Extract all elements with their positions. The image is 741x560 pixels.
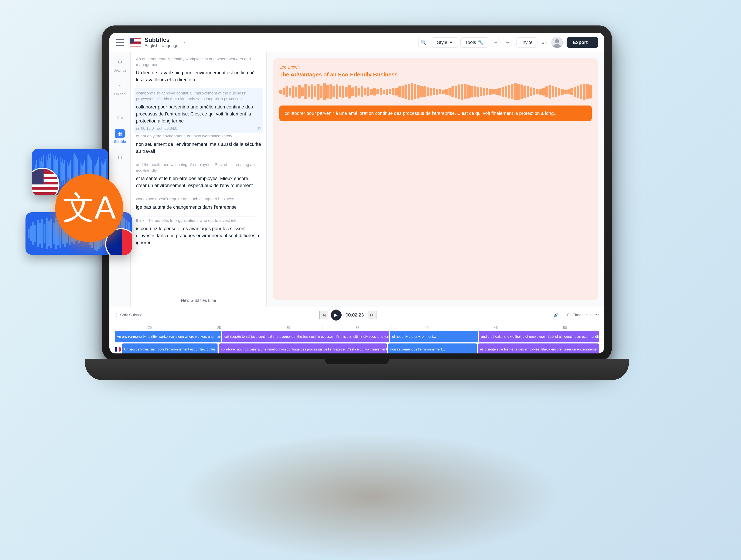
brand-area: Subtitles English Language ▾ xyxy=(130,36,185,48)
invite-button[interactable]: Invite xyxy=(517,37,537,48)
laptop-notch xyxy=(325,359,389,364)
subtitle-entries: An environmentally healthy workplace is … xyxy=(131,52,266,294)
brand-info: Subtitles English Language xyxy=(144,36,179,48)
subtitle-entry-6: think. The benefits to organizations who… xyxy=(136,218,261,246)
waveform-toggle-icon[interactable]: 〜 xyxy=(595,312,599,318)
subtitle-entry-2: collaborate to achieve continual improve… xyxy=(134,88,263,133)
plus-btn[interactable]: + xyxy=(590,313,592,317)
time-display: 00:02:23 xyxy=(344,312,365,318)
timeline-block-fr-1[interactable]: Un lieu de travail sain pour l'environne… xyxy=(122,343,217,353)
ruler-tick-35: 35 xyxy=(322,326,392,330)
tools-icon: 🔧 xyxy=(478,40,483,45)
hamburger-menu[interactable] xyxy=(116,39,124,46)
search-button[interactable]: 🔍 xyxy=(418,37,429,48)
ruler-tick-40: 40 xyxy=(392,326,461,330)
svg-rect-7 xyxy=(130,38,134,43)
split-icon: ⬡ xyxy=(115,313,118,318)
laptop-wrapper: Subtitles English Language ▾ 🔍 Style ✦ T… xyxy=(102,25,633,429)
timeline-ruler: 20 25 30 35 40 45 50 xyxy=(115,323,599,330)
laptop-bezel: Subtitles English Language ▾ 🔍 Style ✦ T… xyxy=(102,25,612,361)
time-in-label: in 00:16.0 xyxy=(136,126,154,131)
top-bar: Subtitles English Language ▾ 🔍 Style ✦ T… xyxy=(110,33,604,52)
main-content: ⚙ Settings ↑ Upload T Text ▦ xyxy=(110,52,604,307)
subtitle-original-2: collaborate to achieve continual improve… xyxy=(136,90,261,102)
sidebar-item-upload[interactable]: ↑ Upload xyxy=(114,81,126,96)
audio-card-author: Leo Brown xyxy=(279,65,592,70)
ruler-tick-25: 25 xyxy=(184,326,253,330)
sidebar-item-subtitle[interactable]: ▦ Subtitle xyxy=(114,129,126,144)
extra-icon: ◻ xyxy=(115,152,125,162)
svg-rect-20 xyxy=(32,169,44,184)
sidebar-subtitle-label: Subtitle xyxy=(114,140,126,144)
volume-icon[interactable]: 🔊 xyxy=(553,313,558,318)
subtitle-entry-1: An environmentally healthy workplace is … xyxy=(136,56,261,83)
waveform-display: // Generate waveform bars inline var bar… xyxy=(279,82,592,101)
dropdown-arrow-icon[interactable]: ▾ xyxy=(183,40,185,45)
svg-rect-17 xyxy=(32,184,60,187)
timeline-block-fr-3[interactable]: non seulement de l'environnement... xyxy=(388,343,476,353)
timeline-block-en-3[interactable]: of not only the environment... xyxy=(390,331,478,342)
svg-rect-4 xyxy=(130,43,141,43)
ruler-tick-30: 30 xyxy=(253,326,322,330)
subtitle-original-1: An environmentally healthy workplace is … xyxy=(136,56,261,68)
subtitle-translation-2: collaborer pour parvenir à une améliorat… xyxy=(136,103,261,125)
sidebar-item-settings[interactable]: ⚙ Settings xyxy=(114,57,126,73)
user-avatar xyxy=(551,37,562,48)
upload-icon: ↑ xyxy=(115,81,125,91)
tools-button[interactable]: Tools 🔧 xyxy=(460,37,488,48)
subtitle-translation-6: is pourriez le penser. Les avantages pou… xyxy=(136,225,261,246)
app-container: Subtitles English Language ▾ 🔍 Style ✦ T… xyxy=(110,33,604,353)
sidebar-upload-label: Upload xyxy=(114,92,126,96)
timeline-block-en-4[interactable]: and the health and wellbeing of employee… xyxy=(479,331,599,342)
svg-point-9 xyxy=(555,39,559,43)
subtitle-entry-4: and the health and wellbeing of employee… xyxy=(136,162,261,189)
subtitle-entry-3: of not only the environment, but also wo… xyxy=(136,133,261,155)
timeline-block-en-1[interactable]: An environmentally healthy workplace is … xyxy=(115,331,221,342)
timeline-block-fr-4[interactable]: et la santé et le bien-être des employés… xyxy=(478,343,599,353)
left-sidebar: ⚙ Settings ↑ Upload T Text ▦ xyxy=(110,52,131,307)
timeline-track: 20 25 30 35 40 45 50 An environmentally … xyxy=(110,323,604,353)
svg-rect-13 xyxy=(119,347,121,351)
play-button[interactable]: ▶ xyxy=(331,310,342,321)
user-initials: SK xyxy=(542,40,547,45)
subtitle-translation-3: non seulement de l'environnement, mais a… xyxy=(136,141,261,155)
sidebar-item-text[interactable]: T Text xyxy=(115,105,125,120)
laptop-screen: Subtitles English Language ▾ 🔍 Style ✦ T… xyxy=(110,33,604,353)
top-bar-right: ← → Invite SK E xyxy=(491,37,598,48)
audio-card-title: The Advantages of an Eco-Friendly Busine… xyxy=(279,71,592,78)
sidebar-text-label: Text xyxy=(117,116,123,120)
subtitle-icon: ▦ xyxy=(115,129,125,138)
subtitles-panel: An environmentally healthy workplace is … xyxy=(131,52,267,307)
fit-timeline-button[interactable]: Fit Timeline + xyxy=(567,313,592,317)
preview-panel: Leo Brown The Advantages of an Eco-Frien… xyxy=(267,52,604,307)
subtitle-time-row-2: in 00:16.0 out 00:34.0 ⧉ xyxy=(136,126,261,131)
timeline-block-fr-2[interactable]: collaborer pour parvenir à une améliorat… xyxy=(219,343,387,353)
subtitle-original-6: think. The benefits to organizations who… xyxy=(136,218,261,224)
divider-5 xyxy=(142,217,255,217)
divider-4 xyxy=(142,195,255,195)
svg-rect-11 xyxy=(115,347,117,351)
timeline-controls: ⬡ Split Subtitle ⏮ ▶ 00:02:23 ⏭ 🔊 − xyxy=(110,307,604,323)
svg-rect-19 xyxy=(32,195,60,195)
time-out-label: out 00:34.0 xyxy=(157,126,177,131)
sidebar-item-extra[interactable]: ◻ xyxy=(115,152,125,162)
us-flag-brand xyxy=(130,38,141,47)
export-icon: ↑ xyxy=(590,40,592,45)
skip-back-button[interactable]: ⏮ xyxy=(320,311,328,319)
nav-forward-button[interactable]: → xyxy=(502,37,512,47)
skip-forward-button[interactable]: ⏭ xyxy=(368,311,377,319)
add-subtitle-button[interactable]: New Subtitles Line xyxy=(131,294,266,307)
style-button[interactable]: Style ✦ xyxy=(432,37,458,48)
app-language: English Language xyxy=(144,43,179,48)
split-subtitle-button[interactable]: ⬡ Split Subtitle xyxy=(115,313,143,318)
timeline-subtitle-row-en: An environmentally healthy workplace is … xyxy=(115,331,599,342)
subtitle-original-4: and the health and wellbeing of employee… xyxy=(136,162,261,173)
laptop-base xyxy=(85,359,629,380)
nav-arrows: ← → xyxy=(491,37,512,47)
export-button[interactable]: Export ↑ xyxy=(567,37,598,48)
copy-icon[interactable]: ⧉ xyxy=(258,126,261,131)
timeline-block-en-2[interactable]: collaborate to achieve continual improve… xyxy=(222,331,389,342)
nav-back-button[interactable]: ← xyxy=(491,37,500,47)
minus-btn[interactable]: − xyxy=(562,313,564,317)
svg-rect-6 xyxy=(130,45,141,46)
